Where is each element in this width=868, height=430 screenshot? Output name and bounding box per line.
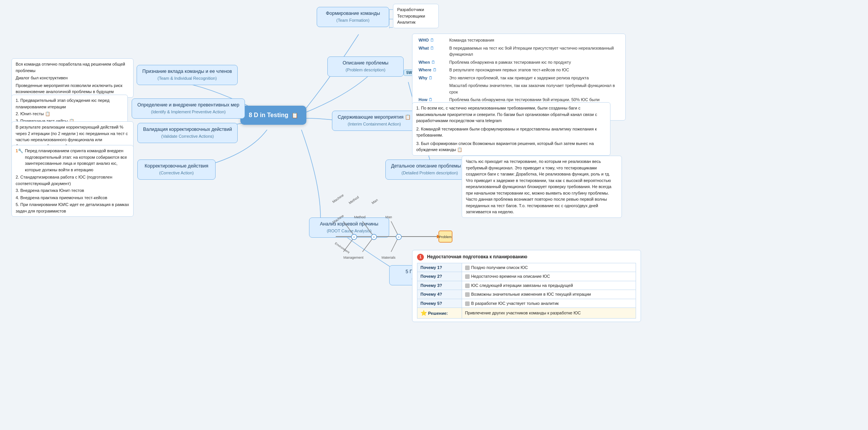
corrective-node[interactable]: Корректировочные действия(Corrective Act…	[137, 159, 216, 180]
five-why-table: 1 Недостаточная подготовка к планировани…	[412, 250, 641, 322]
validate-node[interactable]: Валидация корректировочных действий(Vali…	[137, 123, 238, 143]
svg-text:Materials: Materials	[382, 256, 396, 259]
svg-text:Method: Method	[354, 215, 366, 219]
validate-label: Валидация корректировочных действий(Vali…	[143, 126, 232, 140]
center-label: 8 D in Testing	[249, 112, 288, 118]
interim-items: 1. По всем юс, с частично нереализованны…	[412, 102, 610, 156]
interim-node[interactable]: Сдерживающие мероприятия 📋(Interim Conta…	[332, 111, 417, 131]
team-members-box: Разработчики Тестировщики Аналитик	[393, 4, 439, 28]
recognition-label: Признание вклада команды и ее членов(Tea…	[142, 68, 232, 82]
corrective-item-2: 2. Стандартизирована работа с ЮС (подгот…	[16, 174, 129, 187]
svg-text:Man: Man	[385, 215, 392, 219]
problem-description-label: Описание проблемы(Problem description)	[333, 60, 398, 73]
when-row: When 🗒 Проблема обнаружена в рамках тест…	[416, 58, 622, 66]
preventive-label: Определение и внедрение превентивных мер…	[137, 102, 239, 115]
corrective-item-3: 3. Внедрена практика Юнит-тестов	[16, 187, 129, 194]
detailed-content: Часть юс приходит на тестирование, по ко…	[466, 158, 618, 215]
preventive-item-1: 1. Предварительный этап обсуждения юс пе…	[16, 97, 124, 110]
preventive-node[interactable]: Определение и внедрение превентивных мер…	[132, 98, 245, 119]
corrective-items: 1🔧 Перед планированием спринта командой …	[11, 145, 134, 217]
detailed-problem-node[interactable]: Детальное описание проблемы 📋(Detailed P…	[385, 159, 474, 180]
detailed-problem-label: Детальное описание проблемы 📋(Detailed P…	[391, 163, 468, 176]
interim-item-1: 1. По всем юс, с частично нереализованны…	[416, 105, 606, 124]
recognition-item-1: Вся команда отлично поработала над решен…	[16, 61, 129, 74]
interim-item-2: 2. Командой тестирования были сформулиро…	[416, 126, 606, 139]
where-row: Where 🗒 В результате прохождения первых …	[416, 66, 622, 74]
team-formation-label: Формирование команды(Team Formation)	[322, 10, 383, 24]
svg-text:Machine: Machine	[332, 214, 345, 224]
what-row: What 🗒 В передаваемых на тест юс 9ой Ите…	[416, 44, 622, 58]
why4-row: Почему 4? Возможны значительные изменени…	[417, 290, 636, 299]
why2-row: Масштаб проблемы значителен, так как зак…	[416, 82, 622, 96]
five-why-title: 1 Недостаточная подготовка к планировани…	[417, 253, 636, 261]
recognition-node[interactable]: Признание вклада команды и ее членов(Tea…	[137, 65, 238, 85]
member-2: Тестировщики	[397, 13, 435, 19]
why3-row: Почему 3? ЮС следующей итерации завязаны…	[417, 281, 636, 290]
member-1: Разработчики	[397, 6, 435, 13]
solution-row: ⭐ Решение: Привлечение других участников…	[417, 308, 636, 319]
team-formation-node[interactable]: Формирование команды(Team Formation)	[317, 7, 389, 27]
svg-line-10	[362, 221, 374, 237]
main-canvas: 8 D in Testing 📋 Формирование команды(Te…	[0, 0, 868, 430]
detailed-problem-text: Часть юс приходит на тестирование, по ко…	[462, 156, 622, 218]
svg-text:+: +	[398, 235, 400, 239]
corrective-item-1: 1🔧 Перед планированием спринта командой …	[16, 148, 129, 173]
why2-row-table: Почему 2? Недостаточно времени на описан…	[417, 272, 636, 281]
member-3: Аналитик	[397, 19, 435, 26]
who-row: WHO 🗒 Команда тестирования	[416, 36, 622, 44]
svg-text:Environment: Environment	[334, 242, 351, 254]
recognition-items: Вся команда отлично поработала над решен…	[11, 58, 134, 98]
corrective-item-5: 5. При планировании ЮИС идет ее детализа…	[16, 201, 129, 214]
why5-row: Почему 5? В разработке ЮС участвует толь…	[417, 299, 636, 308]
why-row: Why 🗒 Это является проблемой, так как пр…	[416, 74, 622, 82]
why1-row: Почему 1? Поздно получаем список ЮС	[417, 263, 636, 272]
svg-text:+: +	[373, 235, 375, 239]
corrective-item-4: 4. Внедрена практика приемочных тест-кей…	[16, 195, 129, 201]
center-node[interactable]: 8 D in Testing 📋	[240, 106, 306, 125]
svg-text:Problem: Problem	[439, 235, 452, 239]
svg-text:Management: Management	[343, 256, 364, 259]
svg-text:+: +	[353, 235, 355, 239]
problem-description-node[interactable]: Описание проблемы(Problem description)	[327, 56, 404, 77]
interim-item-3: 3. Был сформирован список Возможных вари…	[416, 140, 606, 153]
preventive-item-2: 2. Юнит-тесты 📋	[16, 111, 124, 117]
interim-label: Сдерживающие мероприятия 📋(Interim Conta…	[338, 114, 411, 127]
corrective-label: Корректировочные действия(Corrective Act…	[143, 163, 210, 176]
recognition-item-3: Проведенные мероприятия позволили исключ…	[16, 82, 129, 95]
recognition-item-2: Диалог был конструктивен	[16, 75, 129, 81]
